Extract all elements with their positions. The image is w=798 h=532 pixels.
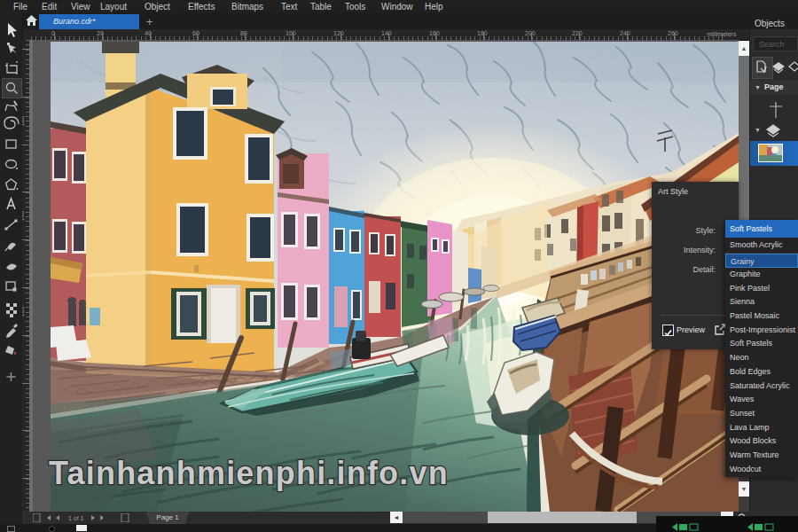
- svg-text:1 of 1: 1 of 1: [68, 515, 84, 521]
